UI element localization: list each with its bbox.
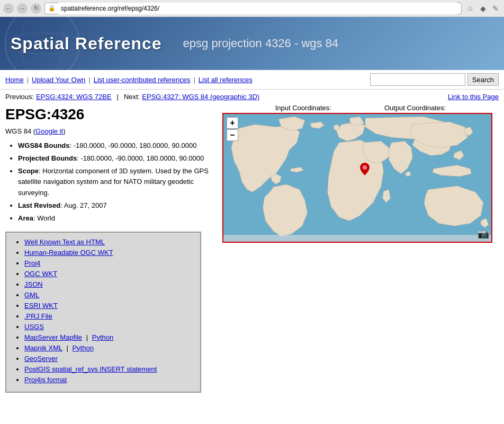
coord-labels: Input Coordinates: Output Coordinates: [222, 104, 499, 112]
esri-wkt-item: ESRI WKT [24, 302, 193, 310]
scope-item: Scope: Horizontal component of 3D system… [18, 166, 217, 199]
prj-file-item: .PRJ File [24, 312, 193, 320]
gml-link[interactable]: GML [24, 291, 39, 299]
scope-label: Scope [18, 167, 39, 175]
list-all-link[interactable]: List all references [199, 76, 253, 84]
json-item: JSON [24, 280, 193, 288]
human-readable-ogc-item: Human-Readable OGC WKT [24, 249, 193, 257]
address-bar[interactable] [58, 3, 458, 14]
info-list: WGS84 Bounds: -180.0000, -90.0000, 180.0… [5, 140, 217, 224]
human-readable-ogc-link[interactable]: Human-Readable OGC WKT [24, 249, 113, 257]
zoom-in-button[interactable]: + [227, 117, 238, 129]
page-subtitle: epsg projection 4326 - wgs 84 [183, 37, 339, 50]
area-item: Area: World [18, 213, 217, 224]
proj4-link[interactable]: Proj4 [24, 259, 40, 267]
next-label: Next: [124, 93, 140, 101]
usgs-item: USGS [24, 323, 193, 331]
mapserver-python-link[interactable]: Python [92, 333, 113, 341]
left-panel: EPSG:4326 WGS 84 (Google it) WGS84 Bound… [5, 104, 217, 393]
json-link[interactable]: JSON [24, 280, 43, 288]
prev-next-bar: Previous: EPSG:4324: WGS 72BE | Next: EP… [0, 90, 504, 104]
search-button[interactable]: Search [467, 73, 499, 86]
previous-link[interactable]: EPSG:4324: WGS 72BE [36, 93, 111, 101]
lock-icon: 🔒 [48, 5, 56, 12]
wgs84-bounds-item: WGS84 Bounds: -180.0000, -90.0000, 180.0… [18, 140, 217, 152]
svg-point-6 [363, 165, 367, 170]
input-coords-label: Input Coordinates: [275, 104, 331, 112]
usgs-link[interactable]: USGS [24, 323, 44, 331]
menu-icon[interactable]: ✎ [490, 3, 501, 14]
previous-label: Previous: [5, 93, 34, 101]
geoserver-item: GeoServer [24, 355, 193, 363]
proj4-item: Proj4 [24, 259, 193, 267]
map-container: + − [222, 113, 492, 243]
ogc-wkt-link[interactable]: OGC WKT [24, 270, 57, 278]
mapserver-link[interactable]: MapServer Mapfile [24, 333, 82, 341]
last-revised-item: Last Revised: Aug. 27, 2007 [18, 200, 217, 211]
zoom-out-button[interactable]: − [227, 129, 238, 141]
next-link[interactable]: EPSG:4327: WGS 84 (geographic 3D) [142, 93, 259, 101]
svg-rect-5 [223, 235, 491, 242]
extension-icon[interactable]: ◆ [478, 3, 488, 14]
proj4js-link[interactable]: Proj4js format [24, 376, 67, 384]
esri-wkt-link[interactable]: ESRI WKT [24, 302, 58, 310]
scope-value: Horizontal component of 3D system. Used … [18, 167, 209, 197]
gml-item: GML [24, 291, 193, 299]
upload-link[interactable]: Upload Your Own [32, 76, 85, 84]
reload-button[interactable]: ↻ [31, 3, 41, 14]
nav-bar: Home | Upload Your Own | List user-contr… [0, 70, 504, 90]
last-revised-label: Last Revised [18, 201, 60, 209]
area-value: World [37, 214, 55, 222]
output-coords-label: Output Coordinates: [384, 104, 446, 112]
mapserver-item: MapServer Mapfile | Python [24, 333, 193, 341]
search-form: Search [370, 73, 499, 86]
nav-links: Home | Upload Your Own | List user-contr… [5, 76, 253, 84]
world-map [223, 114, 491, 242]
projected-bounds-item: Projected Bounds: -180.0000, -90.0000, 1… [18, 153, 217, 164]
well-known-text-link[interactable]: Well Known Text as HTML [24, 238, 105, 246]
area-label: Area [18, 214, 33, 222]
camera-icon: 📷 [478, 228, 489, 240]
projected-bounds-label: Projected Bounds [18, 154, 77, 162]
mapnik-python-link[interactable]: Python [72, 344, 93, 352]
epsg-code: EPSG:4326 [5, 106, 217, 123]
browser-chrome: ← → ↻ 🔒 ☆ ◆ ✎ [0, 0, 504, 17]
google-it-link[interactable]: Google it [35, 127, 63, 135]
right-panel: Input Coordinates: Output Coordinates: +… [222, 104, 499, 393]
site-header: Spatial Reference epsg projection 4326 -… [0, 17, 504, 70]
link-to-page[interactable]: Link to this Page [448, 93, 499, 101]
map-pin [360, 163, 370, 175]
main-content: EPSG:4326 WGS 84 (Google it) WGS84 Bound… [0, 104, 504, 398]
wgs-name: WGS 84 [5, 127, 31, 135]
postgis-link[interactable]: PostGIS spatial_ref_sys INSERT statement [24, 365, 157, 373]
mapnik-item: Mapnik XML | Python [24, 344, 193, 352]
prj-file-link[interactable]: .PRJ File [24, 312, 52, 320]
geoserver-link[interactable]: GeoServer [24, 355, 58, 363]
postgis-item: PostGIS spatial_ref_sys INSERT statement [24, 365, 193, 373]
star-icon[interactable]: ☆ [465, 3, 475, 14]
back-button[interactable]: ← [3, 3, 14, 14]
format-links-list: Well Known Text as HTML Human-Readable O… [14, 238, 193, 384]
zoom-controls: + − [227, 117, 238, 141]
proj4js-item: Proj4js format [24, 376, 193, 384]
list-user-link[interactable]: List user-contributed references [94, 76, 191, 84]
search-input[interactable] [370, 73, 465, 86]
mapnik-link[interactable]: Mapnik XML [24, 344, 62, 352]
ogc-wkt-item: OGC WKT [24, 270, 193, 278]
projected-bounds-value: -180.0000, -90.0000, 180.0000, 90.0000 [80, 154, 204, 162]
site-title: Spatial Reference [11, 34, 162, 54]
last-revised-value: Aug. 27, 2007 [64, 201, 107, 209]
wgs84-bounds-value: -180.0000, -90.0000, 180.0000, 90.0000 [74, 142, 197, 149]
well-known-text-item: Well Known Text as HTML [24, 238, 193, 246]
wgs-subtitle: WGS 84 (Google it) [5, 127, 217, 135]
wgs84-bounds-label: WGS84 Bounds [18, 142, 70, 149]
links-box: Well Known Text as HTML Human-Readable O… [5, 232, 201, 393]
forward-button[interactable]: → [17, 3, 28, 14]
home-link[interactable]: Home [5, 76, 24, 84]
